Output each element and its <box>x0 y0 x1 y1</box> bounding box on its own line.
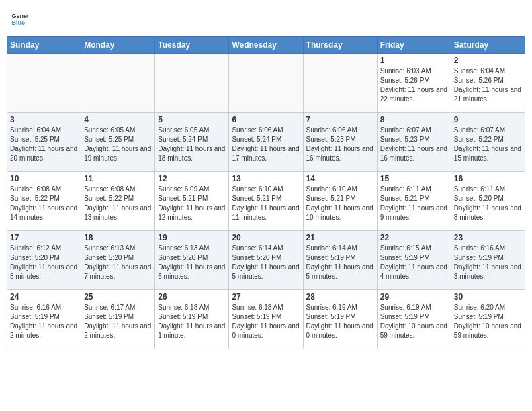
calendar: SundayMondayTuesdayWednesdayThursdayFrid… <box>7 36 525 349</box>
day-info: Sunrise: 6:13 AM Sunset: 5:20 PM Dayligh… <box>84 244 152 281</box>
day-info: Sunrise: 6:06 AM Sunset: 5:23 PM Dayligh… <box>306 126 374 163</box>
day-info: Sunrise: 6:08 AM Sunset: 5:22 PM Dayligh… <box>84 185 152 222</box>
day-number: 24 <box>10 292 78 302</box>
day-info: Sunrise: 6:12 AM Sunset: 5:20 PM Dayligh… <box>10 244 78 281</box>
day-info: Sunrise: 6:14 AM Sunset: 5:20 PM Dayligh… <box>232 244 300 281</box>
calendar-cell: 26Sunrise: 6:18 AM Sunset: 5:19 PM Dayli… <box>155 290 229 349</box>
day-number: 16 <box>454 174 522 183</box>
day-number: 1 <box>380 56 448 65</box>
calendar-cell: 27Sunrise: 6:18 AM Sunset: 5:19 PM Dayli… <box>229 290 303 349</box>
day-info: Sunrise: 6:15 AM Sunset: 5:19 PM Dayligh… <box>380 244 448 281</box>
day-info: Sunrise: 6:11 AM Sunset: 5:21 PM Dayligh… <box>380 185 448 222</box>
day-info: Sunrise: 6:07 AM Sunset: 5:22 PM Dayligh… <box>454 126 522 163</box>
day-number: 20 <box>232 233 300 242</box>
day-header-friday: Friday <box>377 37 451 54</box>
day-number: 23 <box>454 233 522 242</box>
calendar-cell: 23Sunrise: 6:16 AM Sunset: 5:19 PM Dayli… <box>451 231 525 290</box>
day-info: Sunrise: 6:17 AM Sunset: 5:19 PM Dayligh… <box>84 303 152 340</box>
calendar-cell: 29Sunrise: 6:19 AM Sunset: 5:19 PM Dayli… <box>377 290 451 349</box>
day-info: Sunrise: 6:20 AM Sunset: 5:19 PM Dayligh… <box>454 303 522 340</box>
calendar-cell: 10Sunrise: 6:08 AM Sunset: 5:22 PM Dayli… <box>7 172 81 231</box>
calendar-cell: 4Sunrise: 6:05 AM Sunset: 5:25 PM Daylig… <box>81 113 155 172</box>
calendar-week-3: 10Sunrise: 6:08 AM Sunset: 5:22 PM Dayli… <box>7 172 525 231</box>
calendar-cell: 15Sunrise: 6:11 AM Sunset: 5:21 PM Dayli… <box>377 172 451 231</box>
calendar-cell <box>303 54 377 113</box>
day-number: 22 <box>380 233 448 242</box>
calendar-cell <box>229 54 303 113</box>
day-number: 6 <box>232 115 300 124</box>
day-info: Sunrise: 6:13 AM Sunset: 5:20 PM Dayligh… <box>158 244 226 281</box>
calendar-cell: 28Sunrise: 6:19 AM Sunset: 5:19 PM Dayli… <box>303 290 377 349</box>
day-number: 10 <box>10 174 78 183</box>
calendar-cell: 11Sunrise: 6:08 AM Sunset: 5:22 PM Dayli… <box>81 172 155 231</box>
calendar-header-row: SundayMondayTuesdayWednesdayThursdayFrid… <box>7 37 525 54</box>
day-number: 19 <box>158 233 226 242</box>
day-header-sunday: Sunday <box>7 37 81 54</box>
day-number: 21 <box>306 233 374 242</box>
day-number: 15 <box>380 174 448 183</box>
day-number: 9 <box>454 115 522 124</box>
day-number: 29 <box>380 292 448 302</box>
day-header-wednesday: Wednesday <box>229 37 303 54</box>
day-number: 3 <box>10 115 78 124</box>
day-number: 13 <box>232 174 300 183</box>
day-header-saturday: Saturday <box>451 37 525 54</box>
day-info: Sunrise: 6:05 AM Sunset: 5:24 PM Dayligh… <box>158 126 226 163</box>
day-number: 28 <box>306 292 374 302</box>
day-info: Sunrise: 6:03 AM Sunset: 5:26 PM Dayligh… <box>380 66 448 104</box>
day-info: Sunrise: 6:10 AM Sunset: 5:21 PM Dayligh… <box>232 185 300 222</box>
calendar-cell: 16Sunrise: 6:11 AM Sunset: 5:20 PM Dayli… <box>451 172 525 231</box>
calendar-week-4: 17Sunrise: 6:12 AM Sunset: 5:20 PM Dayli… <box>7 231 525 290</box>
calendar-cell <box>155 54 229 113</box>
calendar-cell: 22Sunrise: 6:15 AM Sunset: 5:19 PM Dayli… <box>377 231 451 290</box>
calendar-cell: 7Sunrise: 6:06 AM Sunset: 5:23 PM Daylig… <box>303 113 377 172</box>
calendar-cell: 18Sunrise: 6:13 AM Sunset: 5:20 PM Dayli… <box>81 231 155 290</box>
calendar-cell: 24Sunrise: 6:16 AM Sunset: 5:19 PM Dayli… <box>7 290 81 349</box>
calendar-week-1: 1Sunrise: 6:03 AM Sunset: 5:26 PM Daylig… <box>7 54 525 113</box>
calendar-cell: 17Sunrise: 6:12 AM Sunset: 5:20 PM Dayli… <box>7 231 81 290</box>
header: General Blue <box>7 7 525 34</box>
calendar-cell: 5Sunrise: 6:05 AM Sunset: 5:24 PM Daylig… <box>155 113 229 172</box>
day-info: Sunrise: 6:10 AM Sunset: 5:21 PM Dayligh… <box>306 185 374 222</box>
day-info: Sunrise: 6:04 AM Sunset: 5:25 PM Dayligh… <box>10 126 78 163</box>
calendar-cell <box>81 54 155 113</box>
calendar-cell <box>7 54 81 113</box>
calendar-cell: 8Sunrise: 6:07 AM Sunset: 5:23 PM Daylig… <box>377 113 451 172</box>
day-number: 8 <box>380 115 448 124</box>
calendar-cell: 3Sunrise: 6:04 AM Sunset: 5:25 PM Daylig… <box>7 113 81 172</box>
day-number: 18 <box>84 233 152 242</box>
logo-icon: General Blue <box>11 11 30 30</box>
day-info: Sunrise: 6:11 AM Sunset: 5:20 PM Dayligh… <box>454 185 522 222</box>
day-number: 5 <box>158 115 226 124</box>
day-info: Sunrise: 6:18 AM Sunset: 5:19 PM Dayligh… <box>158 303 226 340</box>
calendar-week-5: 24Sunrise: 6:16 AM Sunset: 5:19 PM Dayli… <box>7 290 525 349</box>
day-number: 12 <box>158 174 226 183</box>
calendar-cell: 2Sunrise: 6:04 AM Sunset: 5:26 PM Daylig… <box>451 54 525 113</box>
calendar-cell: 19Sunrise: 6:13 AM Sunset: 5:20 PM Dayli… <box>155 231 229 290</box>
day-number: 25 <box>84 292 152 302</box>
day-info: Sunrise: 6:16 AM Sunset: 5:19 PM Dayligh… <box>10 303 78 340</box>
day-info: Sunrise: 6:06 AM Sunset: 5:24 PM Dayligh… <box>232 126 300 163</box>
day-number: 27 <box>232 292 300 302</box>
calendar-cell: 12Sunrise: 6:09 AM Sunset: 5:21 PM Dayli… <box>155 172 229 231</box>
day-info: Sunrise: 6:19 AM Sunset: 5:19 PM Dayligh… <box>306 303 374 340</box>
day-number: 7 <box>306 115 374 124</box>
calendar-cell: 9Sunrise: 6:07 AM Sunset: 5:22 PM Daylig… <box>451 113 525 172</box>
day-number: 2 <box>454 56 522 65</box>
day-number: 26 <box>158 292 226 302</box>
day-info: Sunrise: 6:04 AM Sunset: 5:26 PM Dayligh… <box>454 66 522 104</box>
calendar-cell: 21Sunrise: 6:14 AM Sunset: 5:19 PM Dayli… <box>303 231 377 290</box>
calendar-cell: 14Sunrise: 6:10 AM Sunset: 5:21 PM Dayli… <box>303 172 377 231</box>
day-info: Sunrise: 6:05 AM Sunset: 5:25 PM Dayligh… <box>84 126 152 163</box>
day-info: Sunrise: 6:14 AM Sunset: 5:19 PM Dayligh… <box>306 244 374 281</box>
calendar-cell: 25Sunrise: 6:17 AM Sunset: 5:19 PM Dayli… <box>81 290 155 349</box>
day-number: 4 <box>84 115 152 124</box>
day-info: Sunrise: 6:16 AM Sunset: 5:19 PM Dayligh… <box>454 244 522 281</box>
calendar-cell: 20Sunrise: 6:14 AM Sunset: 5:20 PM Dayli… <box>229 231 303 290</box>
calendar-cell: 30Sunrise: 6:20 AM Sunset: 5:19 PM Dayli… <box>451 290 525 349</box>
day-info: Sunrise: 6:19 AM Sunset: 5:19 PM Dayligh… <box>380 303 448 340</box>
day-info: Sunrise: 6:08 AM Sunset: 5:22 PM Dayligh… <box>10 185 78 222</box>
calendar-cell: 13Sunrise: 6:10 AM Sunset: 5:21 PM Dayli… <box>229 172 303 231</box>
day-header-tuesday: Tuesday <box>155 37 229 54</box>
calendar-week-2: 3Sunrise: 6:04 AM Sunset: 5:25 PM Daylig… <box>7 113 525 172</box>
